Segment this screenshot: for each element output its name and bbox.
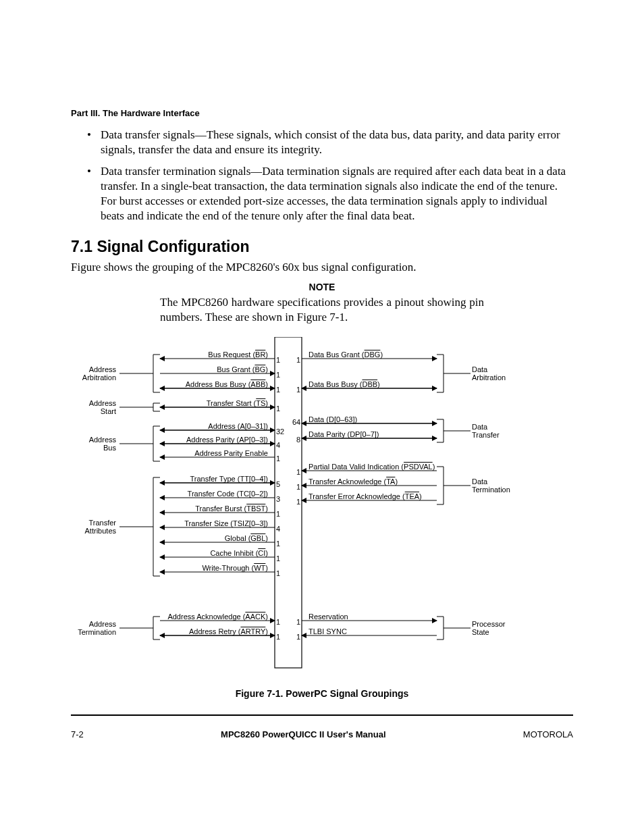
signal-label: TLBI SYNC [308,627,347,635]
footer-page-number: 7-2 [71,729,84,739]
footer-brand: MOTOROLA [523,729,573,739]
section-heading: 7.1 Signal Configuration [71,238,573,256]
signal-label: Bus Grant (BG) [173,365,268,373]
signal-label: Transfer Acknowledge (TA) [308,477,398,486]
signal-width: 1 [296,468,300,476]
figure-caption: Figure 7-1. PowerPC Signal Groupings [71,688,573,699]
signal-width: 1 [276,510,280,518]
group-label: AddressArbitration [82,365,116,382]
page: Part III. The Hardware Interface Data tr… [0,0,644,834]
section-intro: Figure shows the grouping of the MPC8260… [71,260,573,275]
signal-width: 3 [276,495,280,503]
signal-width: 1 [276,569,280,577]
signal-label: Data Parity (DP[0–7]) [308,430,379,438]
footer-manual-title: MPC8260 PowerQUICC II User's Manual [221,729,385,739]
signal-label: Transfer Burst (TBST) [160,504,268,513]
signal-width: 4 [276,441,280,449]
part-header: Part III. The Hardware Interface [71,108,573,118]
signal-label: Reservation [308,613,348,621]
note-heading: NOTE [71,282,573,292]
signal-label: Transfer Size (TSIZ[0–3]) [160,519,268,527]
signal-width: 1 [276,405,280,413]
signal-diagram: AddressArbitration AddressStart AddressB… [79,337,565,681]
signal-width: 1 [276,540,280,548]
signal-label: Address Parity Enable [160,449,268,457]
bullet-list: Data transfer signals—These signals, whi… [71,128,573,224]
signal-width: 1 [296,356,300,364]
signal-width: 8 [296,436,300,444]
signal-width: 1 [276,554,280,563]
signal-label: Bus Request (BR) [173,350,268,359]
signal-width: 1 [296,498,300,506]
signal-label: Partial Data Valid Indication (PSDVAL) [308,463,435,471]
signal-label: Global (GBL) [160,534,268,542]
signal-label: Data (D[0–63]) [308,415,357,423]
signal-label: Address Bus Busy (ABB) [167,380,268,388]
note-text: The MPC8260 hardware specifications prov… [160,295,484,325]
signal-label: Write-Through (WT) [160,564,268,572]
signal-label: Address (A[0–31]) [173,422,268,430]
bullet-item: Data transfer termination signals—Data t… [101,164,573,224]
signal-width: 5 [276,480,280,488]
signal-width: 1 [276,454,280,463]
signal-label: Transfer Type (TT[0–4]) [160,475,268,483]
signal-width: 1 [296,633,300,641]
group-label: AddressStart [89,399,116,415]
group-label: TransferAttributes [85,519,116,535]
group-label: ProcessorState [472,620,506,636]
signal-width: 64 [292,418,300,426]
signal-width: 1 [296,618,300,626]
signal-label: Transfer Code (TC[0–2]) [160,490,268,498]
section-number: 7.1 [71,238,92,255]
signal-width: 32 [276,427,284,436]
signal-width: 1 [276,371,280,379]
signal-width: 1 [276,633,280,641]
signal-label: Address Retry (ARTRY) [153,627,268,635]
signal-label: Data Bus Grant (DBG) [308,350,383,359]
signal-width: 1 [276,618,280,626]
signal-width: 1 [296,386,300,394]
section-title: Signal Configuration [97,238,249,255]
group-label: AddressTermination [78,620,116,636]
bullet-item: Data transfer signals—These signals, whi… [101,128,573,157]
group-label: DataTransfer [472,423,500,439]
group-label: DataArbitration [472,365,506,382]
group-label: AddressBus [89,436,116,452]
group-label: DataTermination [472,477,510,494]
signal-label: Transfer Error Acknowledge (TEA) [308,492,422,500]
signal-label: Cache Inhibit (CI) [160,549,268,557]
page-footer: 7-2 MPC8260 PowerQUICC II User's Manual … [71,714,573,739]
signal-label: Data Bus Busy (DBB) [308,380,380,388]
signal-label: Address Acknowledge (AACK) [146,613,268,621]
signal-label: Transfer Start (TS) [173,399,268,407]
signal-width: 4 [276,525,280,533]
signal-width: 1 [276,356,280,364]
signal-width: 1 [296,483,300,491]
signal-width: 1 [276,386,280,394]
signal-label: Address Parity (AP[0–3]) [160,436,268,444]
